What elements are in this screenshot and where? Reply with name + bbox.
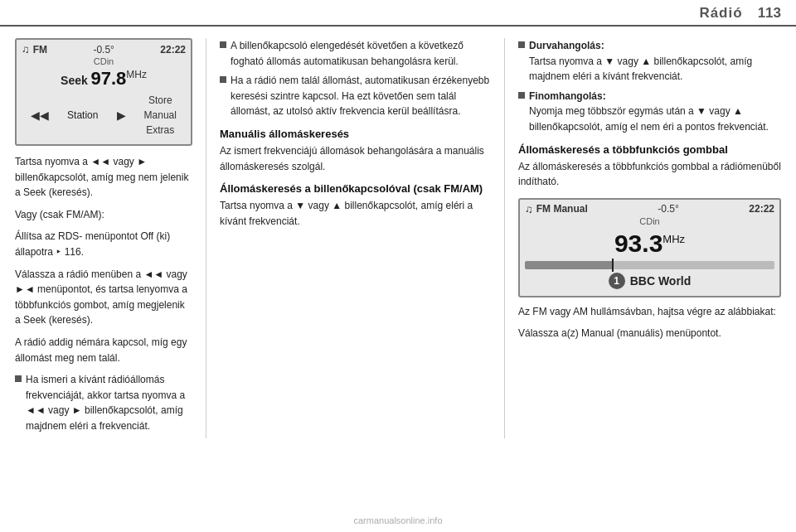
mid-bullet-2: Ha a rádió nem talál állomást, automatik…	[220, 73, 491, 119]
right-section-heading: Állomáskeresés a többfunkciós gombbal	[518, 143, 781, 156]
left-para-3: Állítsa az RDS- menüpontot Off (ki) álla…	[15, 229, 192, 259]
radio-manual-btn[interactable]: Manual	[144, 108, 177, 123]
right-bullet-content-1: Durvahangolás: Tartsa nyomva a ▼ vagy ▲ …	[529, 38, 781, 85]
page-title: Rádió	[699, 5, 742, 22]
radio-extras-btn[interactable]: Extras	[146, 123, 174, 138]
radio-seek-row: Seek 97.8MHz	[22, 68, 186, 89]
music-icon-2: ♫	[525, 203, 533, 215]
radio-mode: FM	[33, 44, 47, 56]
right-footer-text2: Válassza a(z) Manual (manuális) menüpont…	[518, 326, 781, 341]
radio2-bar-indicator	[612, 259, 614, 272]
radio2-fm-label: ♫ FM Manual	[525, 203, 588, 215]
main-content: ♫ FM -0.5° 22:22 CDin Seek 97.8MHz ◀◀ St…	[0, 27, 796, 447]
right-bullet-label-1: Durvahangolás:	[529, 40, 604, 51]
left-para-2: Vagy (csak FM/AM):	[15, 207, 192, 223]
left-bullet-1: Ha ismeri a kívánt rádióállomás frekvenc…	[15, 372, 192, 433]
mid-bullet-text-2: Ha a rádió nem talál állomást, automatik…	[231, 73, 491, 119]
prev-arrow-icon: ◀◀	[31, 109, 49, 122]
col-mid: A billenőkapcsoló elengedését követően a…	[206, 38, 504, 438]
radio-prev-btn[interactable]: ◀◀	[31, 109, 49, 122]
right-section-text: Az állomáskeresés a többfunkciós gombbal…	[518, 159, 781, 190]
radio-station-btn[interactable]: Station	[67, 109, 98, 121]
left-para-1: Tartsa nyomva a ◄◄ vagy ► billenőkapcsol…	[15, 154, 192, 201]
radio2-time: 22:22	[749, 203, 774, 215]
radio-freq-unit: MHz	[126, 69, 147, 80]
radio-display-2: ♫ FM Manual -0.5° 22:22 CDin 93.3MHz 1 B…	[518, 198, 781, 297]
left-bullet-text-1: Ha ismeri a kívánt rádióállomás frekvenc…	[26, 372, 192, 433]
radio-frequency: 97.8MHz	[90, 68, 147, 89]
right-bullet-2: Finomhangolás: Nyomja meg többször egymá…	[518, 89, 781, 135]
left-para-5: A rádió addig némára kapcsol, míg egy ál…	[15, 335, 192, 365]
radio-fm-label: ♫ FM	[22, 43, 47, 56]
page-number: 113	[758, 5, 781, 22]
radio-store-btn[interactable]: Store	[148, 93, 172, 108]
radio2-station-name: BBC World	[630, 274, 692, 288]
radio2-freq-unit: MHz	[663, 233, 685, 245]
mid-bullet-text-1: A billenőkapcsoló elengedését követően a…	[231, 38, 491, 69]
mid-section2-heading: Állomáskeresés a billenőkapcsolóval (csa…	[220, 182, 491, 195]
radio2-mode: FM Manual	[536, 203, 588, 215]
right-footer-text: Az FM vagy AM hullámsávban, hajtsa végre…	[518, 304, 781, 320]
radio-seek-label: Seek	[61, 74, 88, 87]
radio2-source: CDin	[525, 216, 774, 226]
col-right: Durvahangolás: Tartsa nyomva a ▼ vagy ▲ …	[504, 38, 781, 438]
radio-right-options: Store Manual Extras	[144, 93, 177, 138]
radio-temperature: -0.5°	[93, 44, 114, 56]
next-arrow-icon: ▶	[117, 109, 126, 122]
radio-source: CDin	[22, 56, 186, 66]
bullet-icon	[220, 76, 226, 83]
right-bullet-label-2: Finomhangolás:	[529, 90, 606, 102]
bullet-icon	[518, 41, 525, 48]
mid-section1-text: Az ismert frekvenciájú állomások behango…	[220, 143, 491, 174]
right-bullet-1: Durvahangolás: Tartsa nyomva a ▼ vagy ▲ …	[518, 38, 781, 85]
mid-section1-heading: Manuális állomáskeresés	[220, 128, 491, 140]
radio2-frequency-bar	[525, 261, 774, 269]
watermark: carmanualsonline.info	[353, 515, 442, 525]
col-left: ♫ FM -0.5° 22:22 CDin Seek 97.8MHz ◀◀ St…	[15, 38, 206, 438]
right-bullet-text-1: Tartsa nyomva a ▼ vagy ▲ billenőkapcsoló…	[529, 56, 752, 83]
radio2-temperature: -0.5°	[658, 203, 678, 215]
right-bullet-content-2: Finomhangolás: Nyomja meg többször egymá…	[529, 89, 781, 135]
left-para-4: Válassza a rádió menüben a ◄◄ vagy ►◄ me…	[15, 267, 192, 328]
radio-time: 22:22	[160, 44, 186, 56]
radio-controls: ◀◀ Station ▶ Store Manual Extras	[22, 93, 186, 138]
radio-next-btn[interactable]: ▶	[117, 109, 126, 122]
bullet-icon	[15, 375, 22, 382]
bullet-icon	[220, 41, 226, 48]
radio-top-bar: ♫ FM -0.5° 22:22	[22, 43, 186, 56]
page-header: Rádió 113	[0, 0, 796, 27]
bullet-icon	[518, 92, 525, 99]
mid-section2-text: Tartsa nyomva a ▼ vagy ▲ billenőkapcsoló…	[220, 198, 491, 229]
radio2-station-row: 1 BBC World	[525, 273, 774, 289]
music-icon: ♫	[22, 43, 30, 56]
radio2-top-bar: ♫ FM Manual -0.5° 22:22	[525, 203, 774, 215]
radio2-frequency: 93.3MHz	[525, 230, 774, 258]
mid-bullet-1: A billenőkapcsoló elengedését követően a…	[220, 38, 491, 69]
radio2-station-number: 1	[609, 273, 625, 289]
radio-display-1: ♫ FM -0.5° 22:22 CDin Seek 97.8MHz ◀◀ St…	[15, 38, 192, 146]
right-bullet-text-2: Nyomja meg többször egymás után a ▼ vagy…	[529, 105, 769, 133]
